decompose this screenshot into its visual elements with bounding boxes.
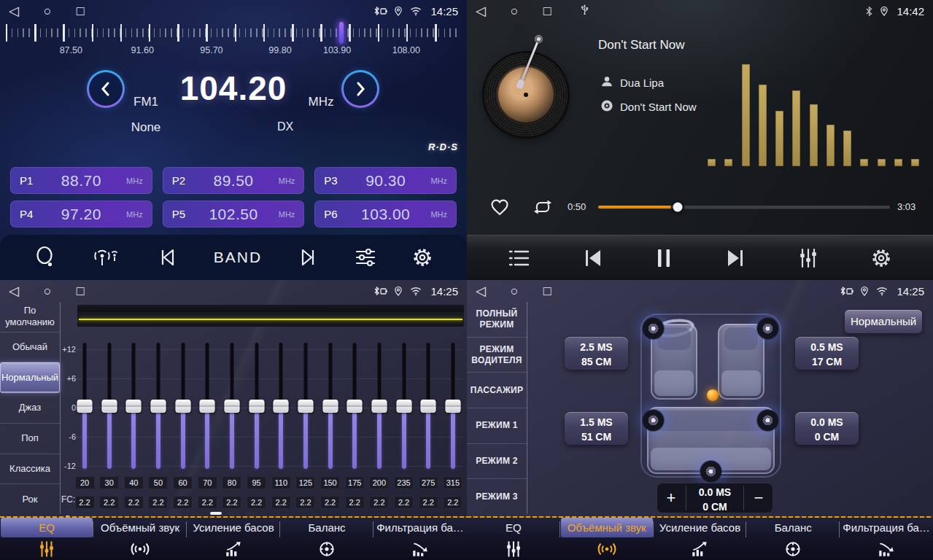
sound-profile-button[interactable]: Нормальный: [845, 310, 922, 333]
settings-gear-icon[interactable]: [871, 248, 891, 268]
slider-handle[interactable]: [274, 400, 289, 413]
front-right-delay-button[interactable]: 0.5 MS 17 CM: [795, 337, 859, 370]
decrease-delay-button[interactable]: −: [744, 483, 773, 513]
recents-icon[interactable]: □: [543, 284, 551, 298]
slider-handle[interactable]: [298, 400, 313, 413]
next-track-icon[interactable]: [724, 248, 746, 268]
q-value-chip[interactable]: 2.2: [394, 496, 414, 509]
q-value-chip[interactable]: 2.2: [124, 496, 144, 509]
slider-handle[interactable]: [200, 400, 215, 413]
tab-eq[interactable]: EQ: [467, 518, 560, 560]
gain-slider[interactable]: [224, 343, 240, 469]
settings-gear-icon[interactable]: [412, 247, 433, 268]
gain-slider[interactable]: [125, 343, 142, 469]
gain-slider[interactable]: [101, 343, 117, 469]
broadcast-icon[interactable]: [92, 246, 121, 268]
rear-left-delay-button[interactable]: 1.5 MS 51 CM: [565, 412, 628, 445]
pause-icon[interactable]: [655, 248, 673, 268]
previous-station-icon[interactable]: [157, 247, 177, 268]
fc-value-chip[interactable]: 315: [443, 476, 462, 489]
fc-value-chip[interactable]: 30: [99, 476, 119, 489]
recents-icon[interactable]: □: [77, 284, 85, 298]
tab-surround-sound[interactable]: Объёмный звук: [560, 518, 654, 560]
slider-handle[interactable]: [249, 400, 264, 413]
rear-right-delay-button[interactable]: 0.0 MS 0 CM: [795, 412, 859, 445]
gain-slider[interactable]: [396, 343, 412, 469]
back-icon[interactable]: ◁: [476, 284, 486, 298]
fc-value-chip[interactable]: 80: [222, 476, 241, 489]
eq-preset-item[interactable]: Джаз: [0, 393, 60, 424]
radio-preset-p4[interactable]: P497.20MHz: [10, 201, 152, 228]
q-value-chip[interactable]: 2.2: [247, 496, 266, 509]
mode-item[interactable]: РЕЖИМ ВОДИТЕЛЯ: [467, 338, 527, 373]
fc-value-chip[interactable]: 50: [148, 476, 168, 489]
tab-balance[interactable]: Баланс: [280, 518, 373, 560]
back-icon[interactable]: ◁: [9, 4, 19, 18]
fc-value-chip[interactable]: 235: [394, 476, 414, 489]
tuning-dial[interactable]: [6, 24, 461, 42]
fc-value-chip[interactable]: 70: [198, 476, 217, 489]
gain-slider[interactable]: [175, 343, 191, 469]
q-value-chip[interactable]: 2.2: [295, 496, 315, 509]
fc-value-chip[interactable]: 110: [271, 476, 291, 489]
q-value-chip[interactable]: 2.2: [99, 496, 119, 509]
slider-handle[interactable]: [371, 400, 387, 413]
fc-value-chip[interactable]: 150: [320, 476, 340, 489]
gain-slider[interactable]: [298, 343, 314, 469]
favorite-icon[interactable]: [489, 197, 511, 217]
repeat-icon[interactable]: [531, 198, 554, 217]
eq-preset-item[interactable]: Рок: [0, 484, 60, 514]
radio-preset-p3[interactable]: P390.30MHz: [314, 167, 457, 194]
home-icon[interactable]: ○: [511, 4, 519, 18]
mode-item[interactable]: РЕЖИМ 2: [467, 444, 527, 480]
q-value-chip[interactable]: 2.2: [222, 496, 241, 509]
q-value-chip[interactable]: 2.2: [320, 496, 340, 509]
tab-surround-sound[interactable]: Объёмный звук: [93, 518, 187, 560]
gain-slider[interactable]: [322, 343, 338, 469]
fc-value-chip[interactable]: 20: [75, 476, 95, 489]
fc-value-chip[interactable]: 175: [345, 476, 365, 489]
gain-slider[interactable]: [445, 343, 461, 469]
slider-handle[interactable]: [224, 400, 239, 413]
gain-slider[interactable]: [150, 343, 166, 469]
slider-handle[interactable]: [347, 400, 363, 413]
recents-icon[interactable]: □: [77, 4, 85, 18]
eq-preset-item[interactable]: Поп: [0, 424, 60, 454]
playlist-icon[interactable]: [508, 249, 530, 268]
audio-settings-icon[interactable]: [355, 247, 376, 268]
tab-bass-boost[interactable]: Усиление басов: [654, 518, 747, 560]
q-value-chip[interactable]: 2.2: [173, 496, 193, 509]
gain-slider[interactable]: [77, 343, 93, 469]
back-icon[interactable]: ◁: [476, 4, 486, 18]
next-station-icon[interactable]: [298, 247, 319, 268]
mode-item[interactable]: РЕЖИМ 3: [467, 479, 527, 514]
tab-bass-boost[interactable]: Усиление басов: [187, 518, 280, 560]
tab-filter[interactable]: Фильтрация ба…: [373, 518, 467, 560]
slider-handle[interactable]: [126, 400, 142, 413]
mode-item[interactable]: РЕЖИМ 1: [467, 408, 527, 444]
q-value-chip[interactable]: 2.2: [271, 496, 291, 509]
radio-preset-p2[interactable]: P289.50MHz: [163, 167, 305, 194]
previous-track-icon[interactable]: [582, 248, 604, 268]
fc-value-chip[interactable]: 60: [173, 476, 193, 489]
seek-knob[interactable]: [673, 203, 683, 212]
fc-value-chip[interactable]: 125: [295, 476, 315, 489]
q-value-chip[interactable]: 2.2: [148, 496, 168, 509]
radio-preset-p6[interactable]: P6103.00MHz: [314, 201, 457, 228]
slider-handle[interactable]: [322, 400, 338, 413]
q-value-chip[interactable]: 2.2: [75, 496, 95, 509]
gain-slider[interactable]: [420, 343, 436, 469]
eq-preset-item[interactable]: Классика: [0, 454, 60, 485]
gain-slider[interactable]: [249, 343, 265, 469]
q-value-chip[interactable]: 2.2: [369, 496, 389, 509]
fc-value-chip[interactable]: 95: [247, 476, 266, 489]
slider-handle[interactable]: [421, 400, 436, 413]
eq-preset-item[interactable]: Обычай: [0, 332, 60, 363]
fc-value-chip[interactable]: 275: [419, 476, 438, 489]
radio-preset-p1[interactable]: P188.70MHz: [10, 167, 152, 194]
home-icon[interactable]: ○: [44, 284, 52, 298]
radio-preset-p5[interactable]: P5102.50MHz: [163, 201, 305, 228]
eq-preset-item[interactable]: По умолчанию: [0, 302, 60, 332]
listening-position-marker[interactable]: [707, 389, 719, 401]
scan-search-icon[interactable]: [34, 246, 56, 269]
